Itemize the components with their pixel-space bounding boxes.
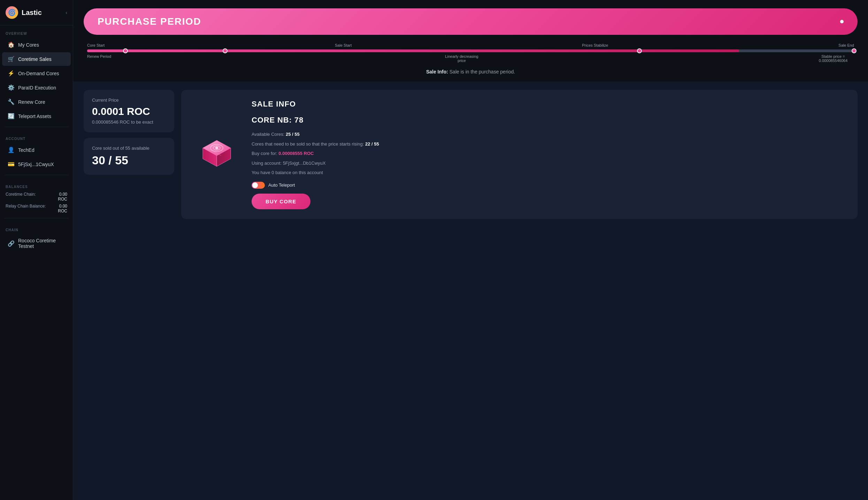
sidebar-account-user[interactable]: 👤 TechEd xyxy=(2,143,71,157)
chevron-icon[interactable]: ‹ xyxy=(66,10,67,15)
buy-for-row: Buy core for: 0.00008555 ROC xyxy=(252,150,846,157)
sidebar-item-label: Renew Core xyxy=(18,99,45,105)
sidebar-item-coretime-sales[interactable]: 🛒 Coretime Sales xyxy=(2,52,71,66)
sidebar-divider-2 xyxy=(4,175,69,175)
sold-card: Core sold out of 55 available 30 / 55 xyxy=(84,138,174,175)
sidebar-divider-1 xyxy=(4,127,69,127)
sidebar-item-on-demand-cores[interactable]: ⚡ On-Demand Cores xyxy=(2,67,71,80)
account-address: 5FjSxj...1CwyuX xyxy=(18,162,54,167)
chain-icon: 🔗 xyxy=(8,240,15,247)
toggle-knob xyxy=(252,182,258,188)
sidebar-item-teleport-assets[interactable]: 🔄 Teleport Assets xyxy=(2,109,71,123)
sidebar-chain-name[interactable]: 🔗 Rococo Coretime Testnet xyxy=(2,234,71,252)
auto-teleport-toggle[interactable] xyxy=(252,182,265,189)
sidebar-item-label: ParaID Execution xyxy=(18,85,56,91)
timeline-dot-3 xyxy=(637,48,642,53)
sale-info-text: Sale Info: Sale is in the purchase perio… xyxy=(84,69,858,75)
available-cores-row: Available Cores: 25 / 55 xyxy=(252,131,846,138)
price-rising-label: Cores that need to be sold so that the p… xyxy=(252,141,364,147)
sale-info-content: SALE INFO CORE NB: 78 Available Cores: 2… xyxy=(252,100,846,209)
price-card-value: 0.0001 ROC xyxy=(92,106,166,117)
price-card: Current Price 0.0001 ROC 0.000085546 ROC… xyxy=(84,90,174,132)
wallet-icon: 💳 xyxy=(8,161,15,167)
timeline: Core Start Sale Start Prices Stabilize S… xyxy=(84,43,858,63)
buy-for-value: 0.00008555 ROC xyxy=(278,151,314,156)
left-cards: Current Price 0.0001 ROC 0.000085546 ROC… xyxy=(84,90,174,219)
timeline-dot-1 xyxy=(123,48,128,53)
app-logo[interactable]: 🌀 Lastic ‹ xyxy=(0,0,73,25)
timeline-sublabel-linearly: Linearly decreasing price xyxy=(441,54,483,63)
sale-info-label: Sale Info: xyxy=(426,69,448,75)
sidebar: 🌀 Lastic ‹ OVERVIEW 🏠 My Cores 🛒 Coretim… xyxy=(0,0,73,500)
using-account-value: 5FjSxjgt...Db1CwyuX xyxy=(283,161,326,166)
sidebar-item-label: My Cores xyxy=(18,42,39,48)
balance-row-coretime: Coretime Chain: 0.00 ROC xyxy=(0,191,73,203)
balance-row-relay: Relay Chain Balance: 0.00 ROC xyxy=(0,203,73,214)
balance-label-relay: Relay Chain Balance: xyxy=(6,204,46,213)
balance-value-relay: 0.00 ROC xyxy=(58,204,67,213)
timeline-label-sale-start: Sale Start xyxy=(335,43,352,47)
overview-section-label: OVERVIEW xyxy=(0,25,73,38)
sale-info-title: SALE INFO xyxy=(252,100,846,109)
price-card-label: Current Price xyxy=(92,97,166,103)
banner-title: PURCHASE PERIOD xyxy=(98,16,201,27)
balance-label-coretime: Coretime Chain: xyxy=(6,192,36,202)
cart-icon: 🛒 xyxy=(8,56,15,62)
logo-icon: 🌀 xyxy=(6,6,18,19)
sidebar-divider-3 xyxy=(4,218,69,218)
chain-name: Rococo Coretime Testnet xyxy=(18,238,65,249)
using-account-row: Using account: 5FjSxjgt...Db1CwyuX xyxy=(252,160,846,167)
buy-core-button[interactable]: BUY CORE xyxy=(252,194,310,209)
sidebar-item-label: Coretime Sales xyxy=(18,56,52,62)
home-icon: 🏠 xyxy=(8,41,15,48)
svg-point-8 xyxy=(215,147,218,149)
banner-section: PURCHASE PERIOD Core Start Sale Start Pr… xyxy=(73,0,868,81)
sidebar-item-my-cores[interactable]: 🏠 My Cores xyxy=(2,38,71,52)
app-name: Lastic xyxy=(22,9,42,17)
account-section-label: ACCOUNT xyxy=(0,131,73,143)
using-account-label: Using account: xyxy=(252,161,282,166)
available-cores-value: 25 / 55 xyxy=(286,132,300,137)
gear-icon: ⚙️ xyxy=(8,84,15,91)
cards-section: Current Price 0.0001 ROC 0.000085546 ROC… xyxy=(73,81,868,227)
timeline-label-sale-end: Sale End xyxy=(838,43,854,47)
price-card-sub: 0.000085546 ROC to be exact xyxy=(92,119,166,125)
purchase-period-banner: PURCHASE PERIOD xyxy=(84,8,858,35)
timeline-dot-4 xyxy=(852,48,857,53)
timeline-label-core-start: Core Start xyxy=(87,43,105,47)
balance-note: You have 0 balance on this account xyxy=(252,170,323,175)
core-nb: CORE NB: 78 xyxy=(252,116,846,125)
sidebar-account-address[interactable]: 💳 5FjSxj...1CwyuX xyxy=(2,157,71,171)
balance-value-coretime: 0.00 ROC xyxy=(58,192,67,202)
timeline-sublabel-renew: Renew Period xyxy=(87,54,111,63)
sold-card-value: 30 / 55 xyxy=(92,154,166,167)
timeline-label-prices-stabilize: Prices Stabilize xyxy=(582,43,608,47)
sale-info-card: SALE INFO CORE NB: 78 Available Cores: 2… xyxy=(181,90,858,219)
sidebar-item-label: On-Demand Cores xyxy=(18,71,59,76)
main-content: PURCHASE PERIOD Core Start Sale Start Pr… xyxy=(73,0,868,500)
price-rising-row: Cores that need to be sold so that the p… xyxy=(252,141,846,148)
timeline-sublabels: Renew Period Linearly decreasing price S… xyxy=(87,54,854,63)
wrench-icon: 🔧 xyxy=(8,99,15,105)
sidebar-item-paralid-execution[interactable]: ⚙️ ParaID Execution xyxy=(2,81,71,94)
auto-teleport-label: Auto Teleport xyxy=(268,182,295,188)
core-image-container xyxy=(192,100,241,209)
buy-for-label: Buy core for: xyxy=(252,151,277,156)
sale-info-message: Sale is in the purchase period. xyxy=(450,69,515,75)
sidebar-item-label: Teleport Assets xyxy=(18,114,51,119)
sidebar-item-renew-core[interactable]: 🔧 Renew Core xyxy=(2,95,71,109)
timeline-sublabel-stable: Stable price = 0.000085546064 xyxy=(812,54,854,63)
balance-note-row: You have 0 balance on this account xyxy=(252,169,846,176)
sold-card-label: Core sold out of 55 available xyxy=(92,146,166,151)
user-icon: 👤 xyxy=(8,147,15,153)
core-icon-svg xyxy=(196,133,238,175)
lightning-icon: ⚡ xyxy=(8,70,15,77)
balances-section-label: BALANCES xyxy=(0,179,73,191)
timeline-labels: Core Start Sale Start Prices Stabilize S… xyxy=(87,43,854,47)
teleport-icon: 🔄 xyxy=(8,113,15,119)
timeline-track xyxy=(87,49,854,52)
chain-section-label: CHAIN xyxy=(0,222,73,234)
banner-indicator xyxy=(840,20,844,23)
price-rising-value: 22 / 55 xyxy=(365,141,379,147)
timeline-dot-2 xyxy=(223,48,228,53)
